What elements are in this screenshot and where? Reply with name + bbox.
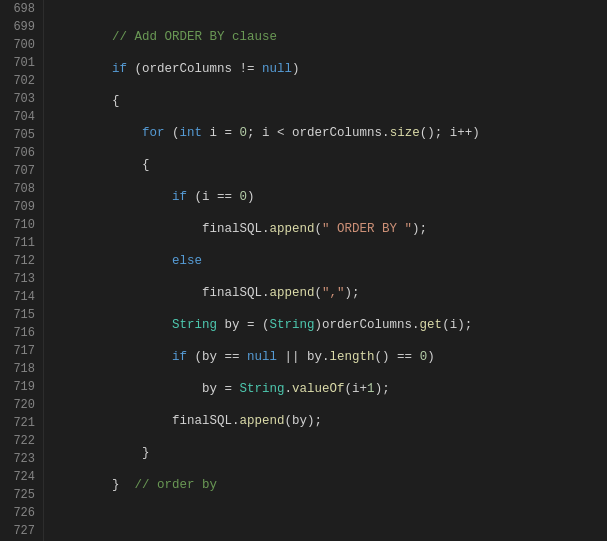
ln-719: 719 [4,378,35,396]
ln-704: 704 [4,108,35,126]
line-numbers: 698 699 700 701 702 703 704 705 706 707 … [0,0,44,541]
ln-698: 698 [4,0,35,18]
ln-717: 717 [4,342,35,360]
ln-706: 706 [4,144,35,162]
ln-699: 699 [4,18,35,36]
ln-709: 709 [4,198,35,216]
ln-700: 700 [4,36,35,54]
code-line-712: } // order by [52,476,607,494]
comment-698: // Add ORDER BY clause [112,30,277,44]
code-line-708: if (by == null || by.length() == 0) [52,348,607,366]
code-line-701: for (int i = 0; i < orderColumns.size();… [52,124,607,142]
code-line-710: finalSQL.append(by); [52,412,607,430]
ln-711: 711 [4,234,35,252]
ln-702: 702 [4,72,35,90]
ln-715: 715 [4,306,35,324]
code-line-698: // Add ORDER BY clause [52,28,607,46]
code-line-706: finalSQL.append(","); [52,284,607,302]
ln-712: 712 [4,252,35,270]
ln-726: 726 [4,504,35,522]
code-line-711: } [52,444,607,462]
ln-724: 724 [4,468,35,486]
ln-705: 705 [4,126,35,144]
ln-720: 720 [4,396,35,414]
ln-723: 723 [4,450,35,468]
ln-701: 701 [4,54,35,72]
ln-703: 703 [4,90,35,108]
code-line-705: else [52,252,607,270]
code-line-709: by = String.valueOf(i+1); [52,380,607,398]
code-line-702: { [52,156,607,174]
ln-718: 718 [4,360,35,378]
ln-710: 710 [4,216,35,234]
ln-727: 727 [4,522,35,540]
code-area: // Add ORDER BY clause if (orderColumns … [44,0,607,541]
code-line-713 [52,508,607,526]
code-container: 698 699 700 701 702 703 704 705 706 707 … [0,0,607,541]
ln-713: 713 [4,270,35,288]
ln-725: 725 [4,486,35,504]
kw-if-699: if [112,62,127,76]
ln-716: 716 [4,324,35,342]
ln-714: 714 [4,288,35,306]
ln-708: 708 [4,180,35,198]
ln-722: 722 [4,432,35,450]
code-line-704: finalSQL.append(" ORDER BY "); [52,220,607,238]
ln-721: 721 [4,414,35,432]
code-line-699: if (orderColumns != null) [52,60,607,78]
code-line-700: { [52,92,607,110]
code-line-703: if (i == 0) [52,188,607,206]
code-line-707: String by = (String)orderColumns.get(i); [52,316,607,334]
ln-707: 707 [4,162,35,180]
